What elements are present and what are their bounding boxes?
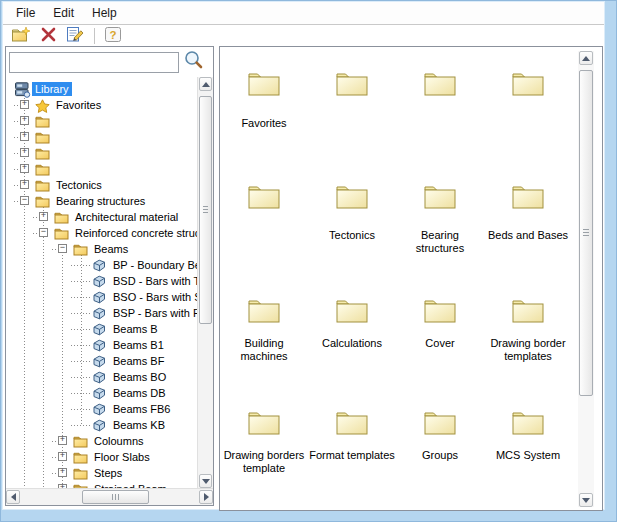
folder-icon bbox=[73, 242, 90, 257]
tree-item-unnamed-folder[interactable]: + bbox=[6, 161, 196, 177]
folder-item-label: Bearing structures bbox=[397, 229, 483, 255]
folder-item-mcs-system[interactable]: MCS System bbox=[485, 408, 571, 462]
scroll-right-button[interactable] bbox=[199, 490, 213, 504]
block-icon bbox=[92, 290, 109, 305]
tree-item-coloumns[interactable]: +Coloumns bbox=[6, 433, 196, 449]
grid-vertical-scrollbar[interactable] bbox=[578, 51, 594, 507]
expand-plus-box[interactable]: + bbox=[58, 452, 67, 461]
folder-item-cover[interactable]: Cover bbox=[397, 296, 483, 350]
folder-icon bbox=[35, 194, 52, 209]
folder-item-label: Cover bbox=[397, 337, 483, 350]
folder-item-label: Format templates bbox=[309, 449, 395, 462]
tree-item-bp-boundary-bea[interactable]: BP - Boundary Bea bbox=[6, 257, 196, 273]
folder-item-tectonics[interactable]: Tectonics bbox=[309, 182, 395, 242]
folder-item-unnamed-folder[interactable] bbox=[397, 69, 483, 117]
thumb-gripper bbox=[583, 229, 589, 237]
tree-item-label: Beams B1 bbox=[110, 338, 167, 352]
search-input[interactable] bbox=[9, 52, 179, 73]
scroll-down-button[interactable] bbox=[199, 474, 212, 488]
folder-item-bearing-structures[interactable]: Bearing structures bbox=[397, 182, 483, 255]
tree-item-tectonics[interactable]: +Tectonics bbox=[6, 177, 196, 193]
folder-icon bbox=[54, 210, 71, 225]
tree-item-beams-db[interactable]: Beams DB bbox=[6, 385, 196, 401]
tree-vertical-scrollbar[interactable] bbox=[197, 77, 213, 488]
folder-item-calculations[interactable]: Calculations bbox=[309, 296, 395, 350]
folder-icon bbox=[221, 69, 307, 97]
tree-horizontal-scrollbar[interactable] bbox=[6, 488, 213, 505]
tree-item-bearing-structures[interactable]: −Bearing structures bbox=[6, 193, 196, 209]
expand-plus-box[interactable]: + bbox=[58, 468, 67, 477]
expand-plus-box[interactable]: + bbox=[20, 116, 29, 125]
edit-button[interactable] bbox=[62, 25, 88, 47]
expand-plus-box[interactable]: + bbox=[20, 164, 29, 173]
folder-item-unnamed-folder[interactable] bbox=[309, 69, 395, 117]
block-icon bbox=[92, 274, 109, 289]
expand-plus-box[interactable]: + bbox=[20, 148, 29, 157]
tree-item-beams-fb6[interactable]: Beams FB6 bbox=[6, 401, 196, 417]
folder-icon bbox=[221, 408, 307, 436]
tree-item-label: Architectural material bbox=[72, 210, 181, 224]
folder-item-drawing-border-templates[interactable]: Drawing border templates bbox=[485, 296, 571, 363]
tree-item-library[interactable]: Library bbox=[6, 81, 196, 97]
menu-help[interactable]: Help bbox=[83, 3, 126, 23]
tree-item-beams-bo[interactable]: Beams BO bbox=[6, 369, 196, 385]
folder-icon bbox=[35, 130, 52, 145]
tree-item-favorites[interactable]: +Favorites bbox=[6, 97, 196, 113]
menu-edit[interactable]: Edit bbox=[44, 3, 83, 23]
tree-item-floor-slabs[interactable]: +Floor Slabs bbox=[6, 449, 196, 465]
folder-item-building-machines[interactable]: Building machines bbox=[221, 296, 307, 363]
collapse-minus-box[interactable]: − bbox=[20, 196, 29, 205]
tree-item-strained-beam[interactable]: +Strained Beam bbox=[6, 481, 196, 488]
help-button[interactable]: ? bbox=[100, 25, 126, 47]
folder-icon bbox=[35, 114, 52, 129]
tree-item-bso-bars-with-sl[interactable]: BSO - Bars with Sl bbox=[6, 289, 196, 305]
scroll-up-button[interactable] bbox=[579, 51, 593, 65]
tree-item-beams-kb[interactable]: Beams KB bbox=[6, 417, 196, 433]
tree-item-bsd-bars-with-tw[interactable]: BSD - Bars with Tw bbox=[6, 273, 196, 289]
toolbar-separator bbox=[94, 28, 95, 44]
folder-item-groups[interactable]: Groups bbox=[397, 408, 483, 462]
tree-hscrollbar-thumb[interactable] bbox=[82, 490, 149, 504]
collapse-minus-box[interactable]: − bbox=[58, 244, 67, 253]
svg-text:?: ? bbox=[109, 28, 116, 40]
tree-item-unnamed-folder[interactable]: + bbox=[6, 129, 196, 145]
folder-item-drawing-borders-template[interactable]: Drawing borders template bbox=[221, 408, 307, 475]
scroll-left-button[interactable] bbox=[6, 490, 20, 504]
folder-item-format-templates[interactable]: Format templates bbox=[309, 408, 395, 462]
expand-plus-box[interactable]: + bbox=[20, 100, 29, 109]
tree-item-beams[interactable]: −Beams bbox=[6, 241, 196, 257]
expand-plus-box[interactable]: + bbox=[20, 132, 29, 141]
tree-item-bsp-bars-with-pa[interactable]: BSP - Bars with Pa bbox=[6, 305, 196, 321]
tree-item-unnamed-folder[interactable]: + bbox=[6, 145, 196, 161]
new-folder-button[interactable] bbox=[8, 25, 34, 47]
tree-item-label bbox=[53, 114, 59, 128]
tree-item-label: Beams FB6 bbox=[110, 402, 173, 416]
expand-plus-box[interactable]: + bbox=[58, 436, 67, 445]
menu-file[interactable]: File bbox=[7, 3, 44, 23]
tree-item-label bbox=[53, 146, 59, 160]
search-icon bbox=[183, 49, 205, 75]
search-button[interactable] bbox=[181, 50, 207, 74]
tree-item-beams-b1[interactable]: Beams B1 bbox=[6, 337, 196, 353]
expand-plus-box[interactable]: + bbox=[20, 180, 29, 189]
delete-button[interactable] bbox=[35, 25, 61, 47]
scroll-up-button[interactable] bbox=[199, 77, 212, 91]
expand-plus-box[interactable]: + bbox=[39, 212, 48, 221]
block-icon bbox=[92, 322, 109, 337]
grid-scrollbar-thumb[interactable] bbox=[579, 70, 593, 396]
tree-item-unnamed-folder[interactable]: + bbox=[6, 113, 196, 129]
tree-item-steps[interactable]: +Steps bbox=[6, 465, 196, 481]
tree-item-reinforced-concrete-struct[interactable]: −Reinforced concrete struct bbox=[6, 225, 196, 241]
tree-item-beams-b[interactable]: Beams B bbox=[6, 321, 196, 337]
folder-item-unnamed-folder[interactable] bbox=[485, 69, 571, 117]
collapse-minus-box[interactable]: − bbox=[39, 228, 48, 237]
folder-item-favorites[interactable]: Favorites bbox=[221, 69, 307, 130]
block-icon bbox=[92, 306, 109, 321]
tree-item-architectural-material[interactable]: +Architectural material bbox=[6, 209, 196, 225]
tree-scrollbar-thumb[interactable] bbox=[199, 96, 212, 324]
folder-item-beds-and-bases[interactable]: Beds and Bases bbox=[485, 182, 571, 242]
folder-item-unnamed-folder[interactable] bbox=[221, 182, 307, 229]
folder-icon bbox=[485, 69, 571, 97]
scroll-down-button[interactable] bbox=[579, 493, 593, 507]
tree-item-beams-bf[interactable]: Beams BF bbox=[6, 353, 196, 369]
